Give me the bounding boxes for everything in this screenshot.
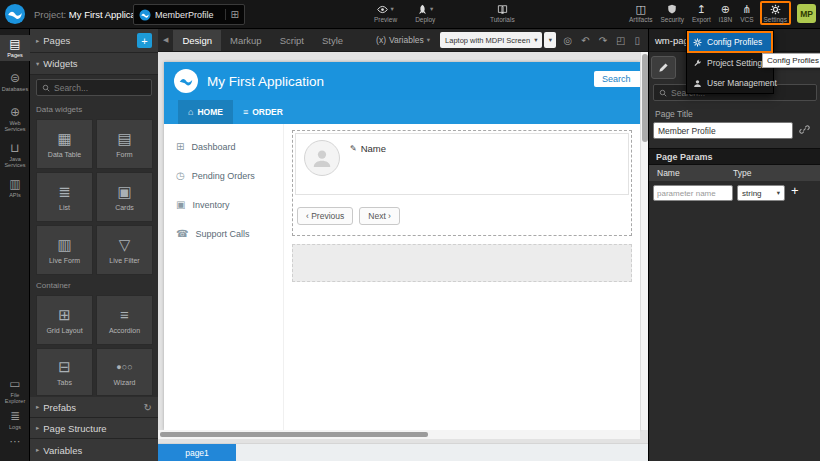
widget-label: Live Form [49, 257, 80, 264]
prefabs-refresh-icon[interactable]: ↻ [144, 402, 152, 413]
widget-search-input[interactable] [54, 83, 146, 93]
rail-item-pages[interactable]: ▤ Pages [0, 35, 30, 61]
rail-item-apis[interactable]: ▥ APIs [0, 175, 30, 201]
data-widgets-group-label: Data widgets [36, 105, 82, 114]
widget-tile-cards[interactable]: ▣ Cards [96, 172, 153, 222]
pages-section-header[interactable]: ▸ Pages + [30, 29, 158, 53]
app-logo-icon [174, 69, 198, 93]
live-filter-icon: ▽ [119, 237, 131, 253]
user-avatar[interactable]: MP [797, 4, 816, 23]
param-type-select[interactable]: string ▾ [737, 185, 785, 201]
widget-tile-grid-layout[interactable]: ⊞ Grid Layout [36, 295, 93, 345]
wavemaker-logo-icon[interactable] [4, 3, 26, 25]
java-services-icon: ⊔ [10, 142, 19, 155]
variables-dropdown[interactable]: (x) Variables ▾ [376, 35, 430, 45]
sidenav-item-inventory[interactable]: ▣ Inventory [164, 190, 283, 219]
menu-item-user-management[interactable]: User Management [687, 73, 773, 93]
list-item-name-field[interactable]: ✎ Name [350, 143, 386, 154]
tab-script[interactable]: Script [271, 30, 313, 51]
variables-section-header[interactable]: ▸ Variables [30, 439, 158, 461]
app-header: My First Application Search [164, 62, 640, 100]
rail-item-java-services[interactable]: ⊔ Java Services [0, 139, 30, 171]
vertical-scrollbar[interactable] [640, 52, 648, 430]
collapse-left-panel-icon[interactable]: ◀ [158, 36, 173, 44]
bind-link-icon[interactable] [799, 124, 810, 135]
horizontal-scrollbar[interactable] [158, 430, 640, 439]
preview-button[interactable]: ▾ Preview [374, 3, 397, 23]
zoom-icon[interactable]: ◎ [564, 35, 573, 46]
undo-icon[interactable]: ↶ [581, 35, 589, 46]
widget-tile-tabs[interactable]: ⊟ Tabs [36, 348, 93, 396]
nav-item-order[interactable]: ≡ ORDER [233, 100, 293, 124]
sidenav-item-pending-orders[interactable]: ◷ Pending Orders [164, 161, 283, 190]
page-title-input[interactable] [653, 122, 793, 139]
widget-label: Wizard [114, 379, 136, 386]
rail-item-databases[interactable]: ⊜ Databases [0, 69, 30, 95]
app-side-nav: ⊞ Dashboard ◷ Pending Orders ▣ Inventory… [164, 124, 284, 430]
device-options-button[interactable]: ▾ [544, 32, 556, 48]
settings-gear-icon [770, 4, 781, 15]
page-params-header: Page Params [649, 148, 820, 165]
widget-tile-live-filter[interactable]: ▽ Live Filter [96, 225, 153, 275]
add-param-button[interactable]: + [791, 183, 799, 198]
tutorials-button[interactable]: Tutorials [490, 3, 515, 23]
page1-tab[interactable]: page1 [158, 444, 236, 461]
deploy-caret-icon[interactable]: ▾ [430, 5, 433, 13]
menu-item-project-settings[interactable]: Project Settings [687, 53, 773, 73]
grid-layout-icon: ⊞ [58, 307, 71, 323]
sidenav-item-support-calls[interactable]: ☎ Support Calls [164, 219, 283, 248]
app-search-input[interactable]: Search [594, 71, 640, 87]
widget-tile-data-table[interactable]: ▦ Data Table [36, 119, 93, 169]
deploy-rocket-icon [417, 4, 428, 15]
edit-icon: ✎ [350, 144, 357, 153]
list-widget-item[interactable]: ✎ Name [295, 133, 629, 195]
rail-more-icon[interactable]: ⋯ [0, 435, 30, 448]
deploy-button[interactable]: ▾ Deploy [415, 3, 435, 23]
fullscreen-icon[interactable]: ◰ [616, 35, 625, 46]
settings-button[interactable]: Settings [764, 3, 788, 23]
widgets-section-header[interactable]: ▾ Widgets [30, 53, 158, 75]
add-page-button[interactable]: + [137, 33, 152, 48]
widget-tile-wizard[interactable]: ●○○ Wizard [96, 348, 153, 396]
sidenav-item-dashboard[interactable]: ⊞ Dashboard [164, 132, 283, 161]
widget-tile-accordion[interactable]: ≡ Accordion [96, 295, 153, 345]
pages-grid-icon[interactable]: ⊞ [225, 9, 239, 20]
nav-item-home[interactable]: ⌂ HOME [178, 100, 233, 124]
page-body: ⊞ Dashboard ◷ Pending Orders ▣ Inventory… [164, 124, 640, 430]
device-preview-icon[interactable]: ▯ [634, 35, 640, 46]
horizontal-scrollbar-thumb[interactable] [160, 432, 428, 437]
artifacts-button[interactable]: ◫ Artifacts [629, 3, 652, 23]
rail-item-file-explorer[interactable]: ▭ File Explorer [0, 375, 30, 407]
open-page-tab[interactable]: MemberProfile ⊞ [133, 4, 245, 25]
prefabs-section-header[interactable]: ▸ Prefabs ↻ [30, 397, 158, 418]
vcs-button[interactable]: ⋔ VCS [740, 3, 753, 23]
tab-style[interactable]: Style [313, 30, 352, 51]
next-button[interactable]: Next › [359, 207, 400, 225]
tab-design[interactable]: Design [173, 30, 221, 51]
prefabs-collapse-icon: ▸ [36, 403, 39, 411]
param-name-input[interactable] [653, 185, 733, 201]
artifacts-box-icon: ◫ [636, 3, 646, 16]
widget-tile-list[interactable]: ≣ List [36, 172, 93, 222]
widget-tile-form[interactable]: ▤ Form [96, 119, 153, 169]
export-button[interactable]: ↥ Export [692, 3, 711, 23]
security-button[interactable]: Security [660, 3, 683, 23]
apis-icon: ▥ [9, 178, 20, 191]
device-selector[interactable]: Laptop with MDPI Screen ▾ [440, 32, 542, 48]
tab-markup[interactable]: Markup [221, 30, 271, 51]
footer-placeholder[interactable] [292, 244, 632, 282]
rail-item-web-services[interactable]: ⊕ Web Services [0, 103, 30, 135]
previous-button[interactable]: ‹ Previous [297, 207, 353, 225]
variables-dropdown-label: Variables [389, 35, 424, 45]
rail-item-logs[interactable]: ≣ Logs [0, 407, 30, 433]
edit-properties-tab[interactable] [651, 56, 676, 79]
selected-widget-outline[interactable]: ✎ Name ‹ Previous Next › [292, 130, 632, 236]
widget-tile-live-form[interactable]: ▥ Live Form [36, 225, 93, 275]
preview-caret-icon[interactable]: ▾ [390, 5, 393, 13]
page-structure-section-header[interactable]: ▸ Page Structure [30, 418, 158, 439]
widget-search[interactable] [36, 79, 152, 96]
i18n-button[interactable]: ⊕ i18N [719, 3, 732, 23]
nav-home-label: HOME [197, 107, 223, 117]
redo-icon[interactable]: ↷ [599, 35, 607, 46]
menu-item-config-profiles[interactable]: Config Profiles [687, 31, 773, 53]
